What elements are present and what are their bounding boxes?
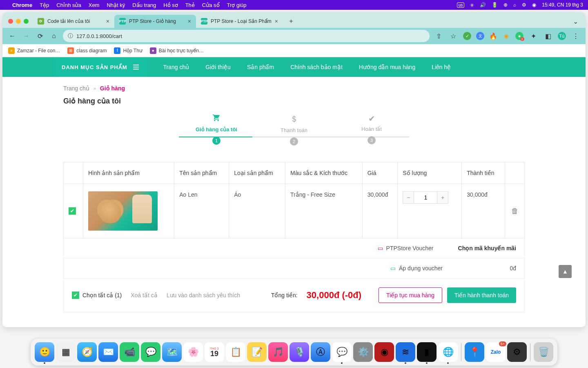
close-tab-icon[interactable]: × [106,18,109,25]
extension-icon[interactable]: ◉ [502,32,510,40]
extension-icon[interactable]: 🔥 [489,32,497,40]
volume-icon[interactable]: 🔊 [480,2,486,8]
continue-shopping-button[interactable]: Tiếp tục mua hàng [379,287,442,303]
dock-safari-icon[interactable]: 🧭 [77,342,97,362]
trash-icon[interactable]: 🗑 [511,207,519,215]
dock-photos-icon[interactable]: 🌸 [183,342,203,362]
menu-icon[interactable]: ⋮ [571,31,581,41]
menu-file[interactable]: Tệp [40,2,49,8]
product-variant: Trắng - Free Size [285,184,363,238]
dock-chrome-icon[interactable]: 🌐 [438,342,458,362]
dock-notes-icon[interactable]: 📝 [247,342,267,362]
close-tab-icon[interactable]: × [275,18,278,25]
dock-messages-icon[interactable]: 💬 [141,342,160,362]
dock-appstore-icon[interactable]: Ⓐ [311,342,330,362]
product-price: 30,000đ [362,184,398,238]
total-label: Tổng tiền: [271,292,298,298]
extension-icon[interactable]: ✓ [463,32,471,40]
dock-trash-icon[interactable]: 🗑️ [534,342,553,362]
new-tab-button[interactable]: + [285,16,297,27]
dock-app-icon[interactable]: ◉ [374,342,394,362]
select-all-checkbox[interactable]: ✔ [72,292,79,299]
scroll-top-button[interactable]: ▲ [559,265,572,278]
step-done: ✔ Hoàn tất 3 [333,114,410,146]
siri-icon[interactable]: ◉ [532,2,536,8]
menu-history[interactable]: Nhật ký [107,2,125,8]
dock-reminders-icon[interactable]: 📋 [226,342,245,362]
dock-messenger-icon[interactable]: 💬 [332,342,352,362]
translate-icon[interactable]: 文 [476,32,484,40]
dock-facetime-icon[interactable]: 📹 [120,342,139,362]
qty-increase-button[interactable]: + [437,191,448,204]
close-tab-icon[interactable]: × [188,18,191,25]
dock-maps-icon[interactable]: 🗺️ [162,342,182,362]
minimize-window-button[interactable] [16,19,21,24]
bookmark-item[interactable]: ●Bài học trực tuyến… [150,47,204,54]
row-checkbox[interactable]: ✔ [69,207,76,215]
qty-input[interactable] [414,191,437,204]
nav-about[interactable]: Giới thiệu [205,64,231,70]
site-info-icon[interactable]: ⓘ [68,32,73,40]
dock-finder-icon[interactable]: 🙂 [35,342,54,362]
dock-app-icon[interactable]: 📍 [465,342,484,362]
menu-edit[interactable]: Chỉnh sửa [56,2,81,8]
bookmark-item[interactable]: fHộp Thư [114,47,142,54]
bluetooth-icon[interactable]: ⚹ [470,2,474,8]
wifi-icon[interactable]: ⊕ [503,2,508,8]
dock-calendar-icon[interactable]: THG 319 [205,342,224,362]
tab-dropdown-icon[interactable]: ⌄ [569,18,581,28]
share-icon[interactable]: ⇧ [434,31,443,41]
star-icon[interactable]: ☆ [448,31,458,41]
dock-music-icon[interactable]: 🎵 [268,342,288,362]
dock-zalo-icon[interactable]: Zalo5+ [486,342,506,362]
choose-voucher-link[interactable]: Chọn mã khuyến mãi [458,245,516,251]
battery-icon[interactable]: 🔋 [492,2,498,8]
nav-home[interactable]: Trang chủ [163,64,189,70]
maximize-window-button[interactable] [24,19,29,24]
dock-settings-icon[interactable]: ⚙️ [353,342,373,362]
tab-0[interactable]: ⟳ Code tải lên của tôi × [33,15,114,28]
dock-vscode-icon[interactable]: ≋ [396,342,415,362]
dock-podcasts-icon[interactable]: 🎙️ [290,342,309,362]
qty-decrease-button[interactable]: − [403,191,414,204]
nav-guide[interactable]: Hướng dẫn mua hàng [359,64,415,70]
forward-button[interactable]: → [21,31,31,41]
input-source-icon[interactable]: us [457,2,465,8]
category-menu-button[interactable]: DANH MỤC SẢN PHẨM [53,57,147,77]
extensions-icon[interactable]: ✦ [528,31,538,41]
app-name[interactable]: Chrome [12,2,32,8]
menu-view[interactable]: Xem [89,2,100,8]
home-button[interactable]: ⌂ [49,31,59,41]
menu-window[interactable]: Cửa sổ [202,2,220,8]
control-center-icon[interactable]: ⚙ [522,2,526,8]
breadcrumb-home[interactable]: Trang chủ [63,85,89,92]
tab-1[interactable]: PTP PTP Store - Giỏ hàng × [114,15,196,28]
reload-button[interactable]: ⟳ [35,31,45,41]
nav-products[interactable]: Sản phẩm [247,64,274,70]
search-icon[interactable]: ⌕ [513,2,516,8]
dock-terminal-icon[interactable]: ▮ [417,342,437,362]
clock[interactable]: 15:49, CN 19 thg 3 [542,2,583,8]
menu-help[interactable]: Trợ giúp [227,2,247,8]
bookmark-item[interactable]: »Zamzar - File con… [8,47,60,54]
checkout-button[interactable]: Tiến hành thanh toán [447,287,516,303]
url-input[interactable]: ⓘ 127.0.0.1:8000/cart [63,30,430,42]
close-window-button[interactable] [8,19,13,24]
profile-avatar[interactable]: Tú [558,32,566,40]
voucher-label: PTPStore Voucher [386,245,434,251]
back-button[interactable]: ← [7,31,17,41]
extension-badge-icon[interactable]: ●1 [515,32,523,40]
delete-all-link[interactable]: Xoá tất cả [131,292,157,298]
dock-app-icon[interactable]: ⚙ [507,342,527,362]
dock-mail-icon[interactable]: ✉️ [98,342,118,362]
menu-profile[interactable]: Hồ sơ [163,2,178,8]
nav-contact[interactable]: Liên hệ [432,64,451,70]
save-favorites-link[interactable]: Lưu vào danh sách yêu thích [167,292,240,298]
menu-tab[interactable]: Thẻ [185,2,195,8]
bookmark-item[interactable]: ⊞class diagram [67,47,107,54]
tab-2[interactable]: PTP PTP Store - Loại Sản Phẩm × [196,15,283,28]
nav-privacy[interactable]: Chính sách bảo mật [290,64,343,70]
menu-bookmarks[interactable]: Dấu trang [132,2,156,8]
dock-launchpad-icon[interactable]: ▦ [56,342,76,362]
sidepanel-icon[interactable]: ◧ [543,31,553,41]
